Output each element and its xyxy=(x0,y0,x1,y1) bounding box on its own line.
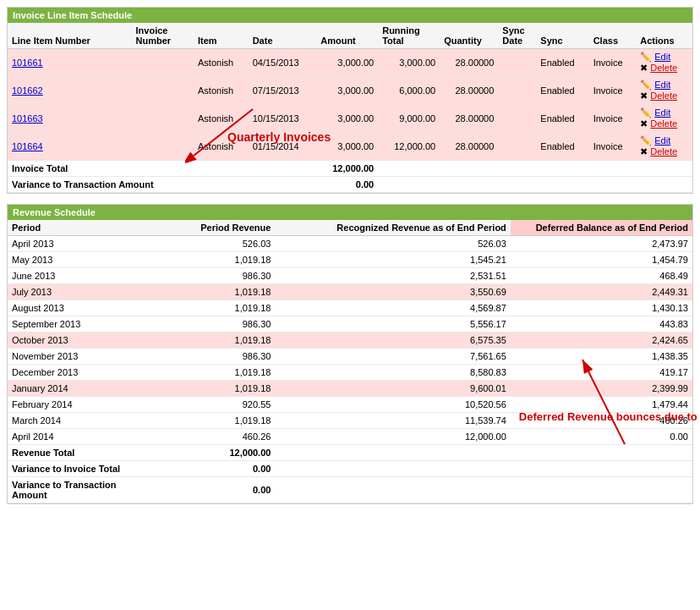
invoice-quantity-3: 28.00000 xyxy=(440,133,498,161)
invoice-section: Invoice Line Item Schedule Line Item Num… xyxy=(7,7,693,194)
invoice-total-label: Invoice Total xyxy=(8,161,194,177)
rev-deferred-1: 1,454.79 xyxy=(511,252,692,268)
rev-period-revenue-4: 1,019.18 xyxy=(157,300,275,316)
col-running-total: RunningTotal xyxy=(378,23,440,49)
invoice-total-row: Invoice Total 12,000.00 xyxy=(8,161,692,177)
rev-period-revenue-6: 1,019.18 xyxy=(157,332,275,349)
col-line-item: Line Item Number xyxy=(8,23,132,49)
col-sync: Sync xyxy=(536,23,588,49)
rev-deferred-4: 1,430.13 xyxy=(511,300,692,316)
svg-line-1 xyxy=(194,109,253,156)
rev-variance-invoice-row: Variance to Invoice Total 0.00 Deferred … xyxy=(8,461,692,477)
invoice-sync-2: Enabled xyxy=(536,105,588,133)
edit-link-3[interactable]: Edit xyxy=(654,135,670,146)
invoice-class-2: Invoice xyxy=(589,105,637,133)
rev-recognized-0: 526.03 xyxy=(275,236,510,252)
rev-period-6: October 2013 xyxy=(8,332,157,349)
revenue-row-0: April 2013 526.03 526.03 2,473.97 xyxy=(8,236,692,252)
invoice-section-title: Invoice Line Item Schedule xyxy=(13,10,132,20)
rev-recognized-8: 8,580.83 xyxy=(275,365,510,381)
edit-link-0[interactable]: Edit xyxy=(654,52,670,62)
rev-period-revenue-10: 920.55 xyxy=(157,397,275,413)
invoice-number-1 xyxy=(132,77,194,105)
edit-link-2[interactable]: Edit xyxy=(654,107,670,118)
variance-annotation-cell: Quarterly Invoices xyxy=(194,177,316,193)
variance-spacer xyxy=(378,177,692,193)
rev-period-revenue-7: 986.30 xyxy=(157,349,275,365)
invoice-sync-3: Enabled xyxy=(536,133,588,161)
invoice-date-0: 04/15/2013 xyxy=(249,49,317,77)
invoice-sync-date-0 xyxy=(498,49,536,77)
delete-link-0[interactable]: Delete xyxy=(650,63,677,73)
rev-period-12: April 2014 xyxy=(8,429,157,445)
invoice-section-header: Invoice Line Item Schedule xyxy=(8,8,692,23)
invoice-actions-2: ✏️ Edit ✖ Delete xyxy=(636,105,692,133)
rev-period-revenue-2: 986.30 xyxy=(157,268,275,284)
rev-recognized-2: 2,531.51 xyxy=(275,268,510,284)
rev-period-5: September 2013 xyxy=(8,316,157,332)
deferred-revenue-arrow xyxy=(574,351,642,453)
rev-recognized-3: 3,550.69 xyxy=(275,284,510,300)
rev-annotation-cell: Deferred Revenue bounces due to quartely… xyxy=(511,461,692,477)
revenue-row-2: June 2013 986.30 2,531.51 468.49 xyxy=(8,268,692,284)
rev-total-label: Revenue Total xyxy=(8,445,157,461)
invoice-line-item-2[interactable]: 101663 xyxy=(8,105,132,133)
invoice-amount-2: 3,000.00 xyxy=(316,105,378,133)
invoice-row-0: 101661 Astonish 04/15/2013 3,000.00 3,00… xyxy=(8,49,692,77)
invoice-header-row: Line Item Number InvoiceNumber Item Date… xyxy=(8,23,692,49)
rev-deferred-3: 2,449.31 xyxy=(511,284,692,300)
rev-recognized-6: 6,575.35 xyxy=(275,332,510,349)
rev-recognized-1: 1,545.21 xyxy=(275,252,510,268)
delete-link-2[interactable]: Delete xyxy=(650,118,677,129)
rev-variance-invoice-amount: 0.00 xyxy=(157,461,275,477)
delete-link-1[interactable]: Delete xyxy=(650,91,677,101)
invoice-actions-3: ✏️ Edit ✖ Delete xyxy=(636,133,692,161)
invoice-number-2 xyxy=(132,105,194,133)
rev-col-deferred: Deferred Balance as of End Period xyxy=(511,220,692,236)
invoice-actions-0: ✏️ Edit ✖ Delete xyxy=(636,49,692,77)
rev-period-revenue-3: 1,019.18 xyxy=(157,284,275,300)
invoice-number-0 xyxy=(132,49,194,77)
edit-link-1[interactable]: Edit xyxy=(654,80,670,90)
rev-col-period-revenue: Period Revenue xyxy=(157,220,275,236)
rev-recognized-11: 11,539.74 xyxy=(275,413,510,429)
invoice-running-total-3: 12,000.00 xyxy=(378,133,440,161)
invoice-running-total-0: 3,000.00 xyxy=(378,49,440,77)
invoice-sync-date-2 xyxy=(498,105,536,133)
invoice-total-amount: 12,000.00 xyxy=(316,161,378,177)
rev-period-revenue-9: 1,019.18 xyxy=(157,381,275,397)
revenue-row-6: October 2013 1,019.18 6,575.35 2,424.65 xyxy=(8,332,692,349)
invoice-actions-1: ✏️ Edit ✖ Delete xyxy=(636,77,692,105)
rev-period-revenue-1: 1,019.18 xyxy=(157,252,275,268)
rev-period-revenue-11: 1,019.18 xyxy=(157,413,275,429)
rev-period-revenue-8: 1,019.18 xyxy=(157,365,275,381)
variance-row: Variance to Transaction Amount Quarterly… xyxy=(8,177,692,193)
rev-variance-transaction-amount: 0.00 xyxy=(157,477,275,503)
revenue-table: Period Period Revenue Recognized Revenue… xyxy=(8,220,692,503)
rev-total-amount: 12,000.00 xyxy=(157,445,275,461)
rev-period-revenue-5: 986.30 xyxy=(157,316,275,332)
rev-deferred-2: 468.49 xyxy=(511,268,692,284)
invoice-line-item-0[interactable]: 101661 xyxy=(8,49,132,77)
invoice-total-spacer xyxy=(378,161,692,177)
invoice-quantity-0: 28.00000 xyxy=(440,49,498,77)
invoice-running-total-2: 9,000.00 xyxy=(378,105,440,133)
rev-period-10: February 2014 xyxy=(8,397,157,413)
invoice-line-item-3[interactable]: 101664 xyxy=(8,133,132,161)
rev-period-8: December 2013 xyxy=(8,365,157,381)
rev-period-11: March 2014 xyxy=(8,413,157,429)
invoice-amount-1: 3,000.00 xyxy=(316,77,378,105)
rev-period-4: August 2013 xyxy=(8,300,157,316)
col-sync-date: SyncDate xyxy=(498,23,536,49)
invoice-class-1: Invoice xyxy=(589,77,637,105)
svg-line-3 xyxy=(582,360,625,444)
col-date: Date xyxy=(249,23,317,49)
invoice-row-1: 101662 Astonish 07/15/2013 3,000.00 6,00… xyxy=(8,77,692,105)
col-class: Class xyxy=(589,23,637,49)
revenue-header-row: Period Period Revenue Recognized Revenue… xyxy=(8,220,692,236)
invoice-line-item-1[interactable]: 101662 xyxy=(8,77,132,105)
invoice-sync-1: Enabled xyxy=(536,77,588,105)
delete-link-3[interactable]: Delete xyxy=(650,146,677,157)
rev-period-0: April 2013 xyxy=(8,236,157,252)
rev-period-7: November 2013 xyxy=(8,349,157,365)
